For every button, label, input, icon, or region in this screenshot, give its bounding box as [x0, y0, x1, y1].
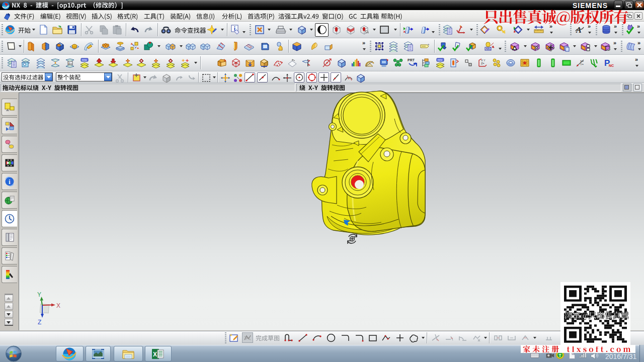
svg-text:X: X [56, 302, 60, 309]
svg-text:NC: NC [609, 64, 614, 67]
svg-text:ABC: ABC [486, 47, 491, 50]
svg-text:Y=: Y= [580, 63, 584, 66]
svg-text:Z: Z [38, 319, 41, 326]
svg-text:Y: Y [37, 291, 41, 298]
svg-text:X: X [153, 351, 157, 358]
svg-text:Z=: Z= [481, 62, 485, 65]
svg-text:T: T [559, 353, 561, 358]
